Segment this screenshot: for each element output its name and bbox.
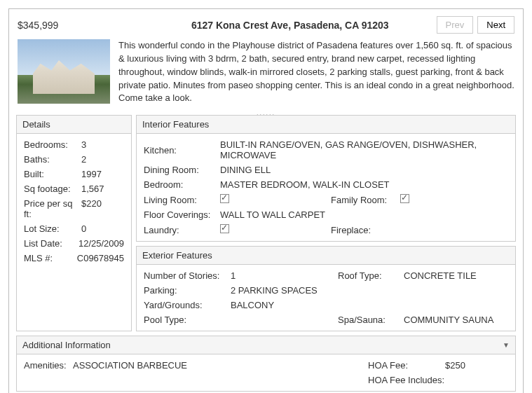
chevron-down-icon: ▼ [503, 341, 510, 349]
sqft-label: Sq footage: [24, 184, 81, 194]
description: This wonderful condo in the Playhouse di… [118, 39, 514, 105]
yard-label: Yard/Grounds: [144, 300, 228, 310]
listdate-label: List Date: [24, 238, 79, 249]
header: $345,999 6127 Kona Crest Ave, Pasadena, … [13, 13, 519, 39]
listing-photo[interactable] [18, 39, 110, 104]
kitchen-label: Kitchen: [144, 145, 217, 156]
laundry-checkbox[interactable] [220, 224, 229, 233]
fireplace-label: Fireplace: [331, 225, 397, 235]
floor-value: WALL TO WALL CARPET [220, 209, 508, 220]
hoafee-label: HOA Fee: [368, 360, 445, 371]
interior-title: Interior Features [137, 116, 515, 134]
kitchen-value: BUILT-IN RANGE/OVEN, GAS RANGE/OVEN, DIS… [220, 139, 508, 160]
price: $345,999 [18, 20, 144, 31]
spa-label: Spa/Sauna: [338, 315, 401, 325]
details-title: Details [17, 116, 131, 134]
family-checkbox[interactable] [400, 194, 409, 203]
laundry-label: Laundry: [144, 225, 217, 235]
lot-value: 0 [81, 223, 86, 234]
bedrooms-value: 3 [81, 139, 86, 150]
baths-label: Baths: [24, 154, 81, 165]
mls-value: C09678945 [77, 253, 124, 263]
ppsf-label: Price per sq ft: [24, 198, 81, 219]
address: 6127 Kona Crest Ave, Pasadena, CA 91203 [144, 20, 437, 31]
bedroom-value: MASTER BEDROOM, WALK-IN CLOSET [220, 179, 508, 190]
baths-value: 2 [81, 154, 86, 165]
spa-value: COMMUNITY SAUNA [404, 315, 508, 325]
parking-label: Parking: [144, 285, 228, 296]
living-checkbox[interactable] [220, 194, 229, 203]
living-label: Living Room: [144, 195, 217, 205]
additional-header[interactable]: Additional Information ▼ [17, 336, 515, 354]
exterior-title: Exterior Features [137, 247, 515, 265]
exterior-panel: Exterior Features Number of Stories: 1 R… [136, 246, 516, 331]
nav-buttons: Prev Next [437, 16, 514, 34]
listing-card: $345,999 6127 Kona Crest Ave, Pasadena, … [8, 8, 524, 393]
sqft-value: 1,567 [81, 184, 104, 194]
amenities-label: Amenities: [24, 360, 73, 371]
next-button[interactable]: Next [477, 16, 514, 34]
prev-button[interactable]: Prev [437, 16, 474, 34]
built-label: Built: [24, 169, 81, 179]
hoafee-value: $250 [445, 360, 508, 371]
lot-label: Lot Size: [24, 223, 81, 234]
stories-label: Number of Stories: [144, 270, 228, 281]
additional-title: Additional Information [22, 340, 111, 350]
yard-value: BALCONY [231, 300, 508, 310]
roof-label: Roof Type: [338, 270, 401, 281]
dining-value: DINING ELL [220, 165, 508, 175]
stories-value: 1 [231, 270, 335, 281]
additional-panel: Additional Information ▼ Amenities: ASSO… [16, 336, 516, 392]
details-panel: Details Bedrooms:3 Baths:2 Built:1997 Sq… [16, 115, 132, 331]
family-label: Family Room: [331, 195, 397, 205]
pool-label: Pool Type: [144, 315, 228, 325]
mls-label: MLS #: [24, 253, 77, 263]
bedrooms-label: Bedrooms: [24, 139, 81, 150]
parking-value: 2 PARKING SPACES [231, 285, 508, 296]
amenities-value: ASSOCIATION BARBECUE [73, 360, 368, 371]
dining-label: Dining Room: [144, 165, 217, 175]
floor-label: Floor Coverings: [144, 209, 217, 220]
hoainc-label: HOA Fee Includes: [368, 375, 445, 385]
listdate-value: 12/25/2009 [79, 238, 124, 249]
built-value: 1997 [81, 169, 102, 179]
roof-value: CONCRETE TILE [404, 270, 508, 281]
hero: This wonderful condo in the Playhouse di… [13, 39, 519, 111]
hoainc-value [445, 375, 508, 385]
interior-panel: Interior Features Kitchen: BUILT-IN RANG… [136, 115, 516, 242]
bedroom-label: Bedroom: [144, 179, 217, 190]
ppsf-value: $220 [81, 198, 102, 219]
